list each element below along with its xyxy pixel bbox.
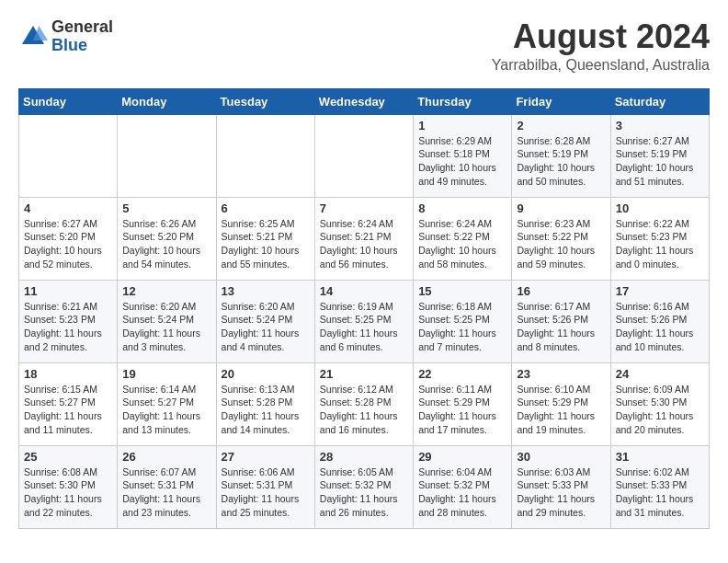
calendar-cell: 10Sunrise: 6:22 AMSunset: 5:23 PMDayligh… (610, 197, 709, 280)
calendar-cell: 12Sunrise: 6:20 AMSunset: 5:24 PMDayligh… (118, 280, 216, 362)
day-number: 18 (24, 367, 112, 381)
day-number: 17 (616, 284, 704, 298)
day-info: Sunrise: 6:16 AMSunset: 5:26 PMDaylight:… (616, 300, 704, 354)
calendar-cell: 27Sunrise: 6:06 AMSunset: 5:31 PMDayligh… (216, 445, 314, 528)
day-number: 23 (517, 367, 605, 381)
logo-icon (18, 22, 48, 52)
day-number: 1 (418, 119, 506, 132)
day-number: 9 (517, 201, 605, 215)
day-number: 24 (616, 367, 704, 381)
calendar-cell: 6Sunrise: 6:25 AMSunset: 5:21 PMDaylight… (216, 197, 314, 280)
title-block: August 2024 Yarrabilba, Queensland, Aust… (492, 18, 710, 74)
calendar-week: 25Sunrise: 6:08 AMSunset: 5:30 PMDayligh… (19, 445, 710, 528)
day-number: 14 (320, 284, 408, 298)
day-info: Sunrise: 6:03 AMSunset: 5:33 PMDaylight:… (517, 465, 605, 520)
day-number: 2 (517, 119, 605, 132)
calendar-cell (118, 114, 216, 197)
day-info: Sunrise: 6:17 AMSunset: 5:26 PMDaylight:… (517, 300, 605, 354)
calendar-cell: 22Sunrise: 6:11 AMSunset: 5:29 PMDayligh… (414, 362, 512, 445)
day-number: 31 (616, 450, 704, 464)
calendar-cell: 1Sunrise: 6:29 AMSunset: 5:18 PMDaylight… (414, 114, 512, 197)
calendar-cell: 4Sunrise: 6:27 AMSunset: 5:20 PMDaylight… (19, 197, 118, 280)
calendar-cell: 13Sunrise: 6:20 AMSunset: 5:24 PMDayligh… (216, 280, 314, 362)
calendar-cell: 19Sunrise: 6:14 AMSunset: 5:27 PMDayligh… (118, 362, 216, 445)
calendar-cell: 23Sunrise: 6:10 AMSunset: 5:29 PMDayligh… (512, 362, 610, 445)
calendar-cell: 31Sunrise: 6:02 AMSunset: 5:33 PMDayligh… (610, 445, 709, 528)
day-info: Sunrise: 6:12 AMSunset: 5:28 PMDaylight:… (320, 383, 408, 437)
day-info: Sunrise: 6:07 AMSunset: 5:31 PMDaylight:… (122, 465, 210, 520)
day-info: Sunrise: 6:19 AMSunset: 5:25 PMDaylight:… (320, 300, 408, 354)
day-info: Sunrise: 6:21 AMSunset: 5:23 PMDaylight:… (24, 300, 112, 354)
calendar-cell: 20Sunrise: 6:13 AMSunset: 5:28 PMDayligh… (216, 362, 314, 445)
calendar-cell: 26Sunrise: 6:07 AMSunset: 5:31 PMDayligh… (118, 445, 216, 528)
page-header: General Blue August 2024 Yarrabilba, Que… (18, 18, 710, 74)
day-number: 20 (222, 367, 310, 381)
day-number: 15 (418, 284, 506, 298)
day-info: Sunrise: 6:20 AMSunset: 5:24 PMDaylight:… (222, 300, 310, 354)
day-info: Sunrise: 6:18 AMSunset: 5:25 PMDaylight:… (418, 300, 506, 354)
calendar-cell: 14Sunrise: 6:19 AMSunset: 5:25 PMDayligh… (314, 280, 413, 362)
header-day: Friday (512, 88, 610, 114)
day-number: 25 (24, 450, 112, 464)
calendar-table: SundayMondayTuesdayWednesdayThursdayFrid… (18, 88, 710, 529)
day-number: 13 (222, 284, 310, 298)
calendar-week: 18Sunrise: 6:15 AMSunset: 5:27 PMDayligh… (19, 362, 710, 445)
day-info: Sunrise: 6:13 AMSunset: 5:28 PMDaylight:… (222, 383, 310, 437)
calendar-cell: 29Sunrise: 6:04 AMSunset: 5:32 PMDayligh… (414, 445, 512, 528)
day-info: Sunrise: 6:20 AMSunset: 5:24 PMDaylight:… (122, 300, 210, 354)
day-info: Sunrise: 6:05 AMSunset: 5:32 PMDaylight:… (320, 465, 408, 520)
day-info: Sunrise: 6:27 AMSunset: 5:19 PMDaylight:… (616, 134, 704, 189)
calendar-cell: 15Sunrise: 6:18 AMSunset: 5:25 PMDayligh… (414, 280, 512, 362)
day-info: Sunrise: 6:10 AMSunset: 5:29 PMDaylight:… (517, 383, 605, 437)
day-number: 5 (122, 201, 210, 215)
calendar-week: 4Sunrise: 6:27 AMSunset: 5:20 PMDaylight… (19, 197, 710, 280)
calendar-week: 1Sunrise: 6:29 AMSunset: 5:18 PMDaylight… (19, 114, 710, 197)
day-number: 30 (517, 450, 605, 464)
calendar-cell (216, 114, 314, 197)
day-info: Sunrise: 6:24 AMSunset: 5:22 PMDaylight:… (418, 217, 506, 271)
day-info: Sunrise: 6:15 AMSunset: 5:27 PMDaylight:… (24, 383, 112, 437)
day-number: 11 (24, 284, 112, 298)
logo-general-text: General (51, 17, 113, 36)
day-info: Sunrise: 6:14 AMSunset: 5:27 PMDaylight:… (122, 383, 210, 437)
header-day: Monday (118, 88, 216, 114)
day-number: 28 (320, 450, 408, 464)
header-row: SundayMondayTuesdayWednesdayThursdayFrid… (19, 88, 710, 114)
calendar-cell: 2Sunrise: 6:28 AMSunset: 5:19 PMDaylight… (512, 114, 610, 197)
calendar-week: 11Sunrise: 6:21 AMSunset: 5:23 PMDayligh… (19, 280, 710, 362)
logo-blue-text: Blue (51, 36, 87, 54)
header-day: Sunday (19, 88, 118, 114)
header-day: Wednesday (314, 88, 413, 114)
day-number: 8 (418, 201, 506, 215)
calendar-cell: 28Sunrise: 6:05 AMSunset: 5:32 PMDayligh… (314, 445, 413, 528)
calendar-cell: 18Sunrise: 6:15 AMSunset: 5:27 PMDayligh… (19, 362, 118, 445)
day-number: 21 (320, 367, 408, 381)
day-number: 7 (320, 201, 408, 215)
day-info: Sunrise: 6:06 AMSunset: 5:31 PMDaylight:… (222, 465, 310, 520)
day-info: Sunrise: 6:27 AMSunset: 5:20 PMDaylight:… (24, 217, 112, 271)
calendar-subtitle: Yarrabilba, Queensland, Australia (492, 57, 710, 74)
day-info: Sunrise: 6:02 AMSunset: 5:33 PMDaylight:… (616, 465, 704, 520)
day-info: Sunrise: 6:04 AMSunset: 5:32 PMDaylight:… (418, 465, 506, 520)
day-number: 19 (122, 367, 210, 381)
header-day: Thursday (414, 88, 512, 114)
day-info: Sunrise: 6:22 AMSunset: 5:23 PMDaylight:… (616, 217, 704, 271)
calendar-cell: 24Sunrise: 6:09 AMSunset: 5:30 PMDayligh… (610, 362, 709, 445)
header-day: Saturday (610, 88, 709, 114)
calendar-cell: 7Sunrise: 6:24 AMSunset: 5:21 PMDaylight… (314, 197, 413, 280)
day-info: Sunrise: 6:23 AMSunset: 5:22 PMDaylight:… (517, 217, 605, 271)
calendar-cell: 17Sunrise: 6:16 AMSunset: 5:26 PMDayligh… (610, 280, 709, 362)
calendar-cell: 3Sunrise: 6:27 AMSunset: 5:19 PMDaylight… (610, 114, 709, 197)
day-info: Sunrise: 6:11 AMSunset: 5:29 PMDaylight:… (418, 383, 506, 437)
calendar-cell: 25Sunrise: 6:08 AMSunset: 5:30 PMDayligh… (19, 445, 118, 528)
calendar-cell: 9Sunrise: 6:23 AMSunset: 5:22 PMDaylight… (512, 197, 610, 280)
header-day: Tuesday (216, 88, 314, 114)
day-info: Sunrise: 6:24 AMSunset: 5:21 PMDaylight:… (320, 217, 408, 271)
day-info: Sunrise: 6:26 AMSunset: 5:20 PMDaylight:… (122, 217, 210, 271)
calendar-header: SundayMondayTuesdayWednesdayThursdayFrid… (19, 88, 710, 114)
calendar-cell: 30Sunrise: 6:03 AMSunset: 5:33 PMDayligh… (512, 445, 610, 528)
calendar-cell (314, 114, 413, 197)
calendar-cell: 8Sunrise: 6:24 AMSunset: 5:22 PMDaylight… (414, 197, 512, 280)
calendar-body: 1Sunrise: 6:29 AMSunset: 5:18 PMDaylight… (19, 114, 710, 528)
day-number: 6 (222, 201, 310, 215)
